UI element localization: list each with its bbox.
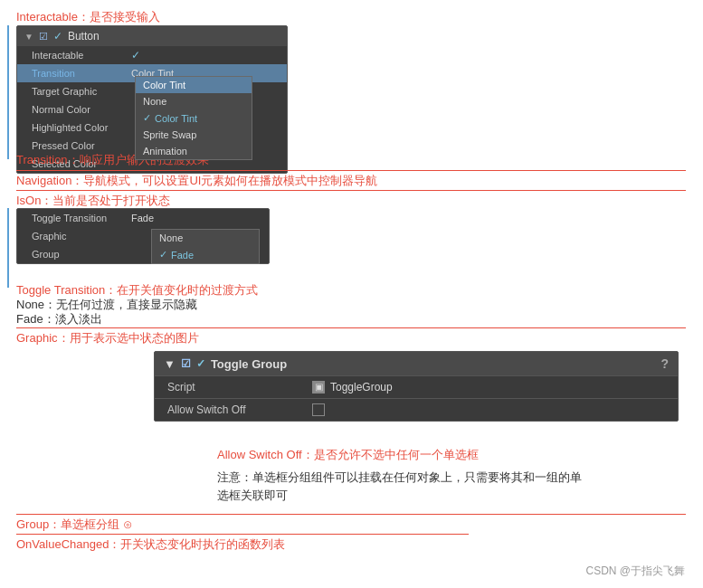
target-graphic-label: Target Graphic [32,86,131,97]
tg-checkmark-icon: ✓ [196,357,205,370]
row-toggle-transition: Toggle Transition Fade None ✓ Fade [17,209,269,227]
tg-arrow-icon: ▼ [164,357,176,371]
graphic-description: Graphic：用于表示选中状态的图片 [16,327,686,346]
script-label: Script [167,381,312,394]
dropdown-sprite-swap[interactable]: Sprite Swap [136,127,252,143]
ison-description: IsOn：当前是否处于打开状态 [16,190,686,209]
allow-switch-description: Allow Switch Off：是否允许不选中任何一个单选框 [217,447,479,463]
dropdown-none[interactable]: None [136,93,252,109]
toggle-transition-row-label: Toggle Transition [32,213,131,223]
left-border-toggle [7,208,9,288]
toggle-none-option[interactable]: None [152,230,259,246]
tg-row-allow-switch: Allow Switch Off [155,399,678,421]
transition-row-label: Transition [32,68,131,79]
interactable-row-label: Interactable [32,50,131,61]
watermark: CSDN @于指尖飞舞 [585,564,685,579]
onvaluechanged-description: OnValueChanged：开关状态变化时执行的函数列表 [16,534,469,553]
dropdown-color-tint-header: Color Tint [136,77,252,93]
toggle-panel: Toggle Transition Fade None ✓ Fade Graph… [16,208,270,264]
toggle-fade-option[interactable]: ✓ Fade [152,246,259,263]
row-interactable: Interactable ✓ [17,46,287,64]
pressed-color-label: Pressed Color [32,140,131,151]
button-panel-title: Button [68,30,100,43]
dropdown-check-icon: ✓ [143,112,151,124]
dropdown-color-tint[interactable]: ✓ Color Tint [136,109,252,127]
highlighted-color-label: Highlighted Color [32,122,131,133]
tg-checkbox-icon: ☑ [181,357,191,370]
allow-switch-checkbox[interactable] [312,403,325,416]
navigation-description: Navigation：导航模式，可以设置UI元素如何在播放模式中控制器导航 [16,170,686,189]
toggle-fade-check: ✓ [159,249,167,261]
normal-color-label: Normal Color [32,104,131,115]
checkbox-icon: ☑ [39,31,48,43]
transition-dropdown[interactable]: Color Tint None ✓ Color Tint Sprite Swap… [135,76,252,160]
help-icon[interactable]: ? [660,356,669,371]
toggle-group-header: ▼ ☑ ✓ Toggle Group ? [155,352,678,375]
toggle-transition-row-value: Fade [131,213,154,223]
note-text: 注意：单选框分组组件可以挂载在任何对象上，只需要将其和一组的单 选框关联即可 [217,469,582,504]
graphic-row-label: Graphic [32,231,131,242]
tg-row-script: Script ▣ ToggleGroup [155,376,678,398]
script-icon: ▣ [312,381,325,394]
toggle-transition-dropdown[interactable]: None ✓ Fade [151,229,260,264]
allow-switch-off-label: Allow Switch Off [167,403,312,416]
fade-description: Fade：淡入淡出 [16,311,102,327]
toggle-group-title: Toggle Group [211,357,287,371]
checkmark-icon: ✓ [53,30,62,43]
dropdown-animation[interactable]: Animation [136,143,252,159]
group-description: Group：单选框分组 ⊙ [16,514,686,533]
button-panel-header: ▼ ☑ ✓ Button [17,26,287,46]
script-value: ▣ ToggleGroup [312,381,393,394]
interactable-label: Interactable：是否接受输入 [16,9,160,25]
toggle-group-panel: ▼ ☑ ✓ Toggle Group ? Script ▣ ToggleGrou… [154,351,679,422]
note-line2: 选框关联即可 [217,487,582,505]
left-border-button [7,25,9,159]
note-line1: 注意：单选框分组组件可以挂载在任何对象上，只需要将其和一组的单 [217,469,582,487]
arrow-icon: ▼ [24,32,33,42]
allow-switch-off-value [312,403,325,416]
group-row-label: Group [32,249,131,260]
interactable-check: ✓ [131,49,140,62]
